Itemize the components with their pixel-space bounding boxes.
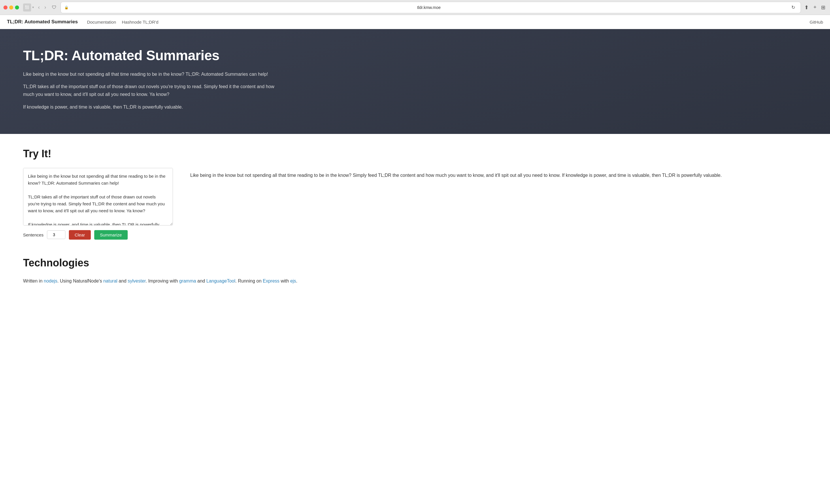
- sidebar-button[interactable]: ⬜: [23, 3, 31, 11]
- nav-link-documentation[interactable]: Documentation: [87, 20, 116, 25]
- shield-icon: 🛡: [50, 3, 58, 11]
- address-bar[interactable]: 🔒 tldr.kmw.moe ↻: [61, 2, 801, 13]
- close-button[interactable]: [3, 5, 7, 9]
- technologies-title: Technologies: [23, 257, 807, 269]
- chevron-down-icon: ▾: [32, 5, 34, 9]
- refresh-button[interactable]: ↻: [789, 3, 797, 11]
- back-button[interactable]: ‹: [36, 4, 41, 11]
- summarize-button[interactable]: Summarize: [94, 230, 128, 240]
- grid-button[interactable]: ⊞: [820, 3, 827, 12]
- sentences-input[interactable]: [47, 230, 65, 239]
- share-button[interactable]: ⬆: [803, 3, 810, 12]
- try-it-title: Try It!: [23, 148, 807, 160]
- input-textarea[interactable]: [23, 168, 173, 226]
- traffic-lights: [3, 5, 19, 9]
- tech-text-3: and: [117, 278, 128, 283]
- browser-actions: ⬆ + ⊞: [803, 3, 827, 12]
- hero-title: TL;DR: Automated Summaries: [23, 47, 807, 63]
- nav-brand: TL;DR: Automated Summaries: [7, 19, 78, 25]
- express-link[interactable]: Express: [263, 278, 280, 283]
- nodejs-link[interactable]: nodejs: [44, 278, 57, 283]
- try-it-layout: Sentences Clear Summarize Like being in …: [23, 168, 807, 240]
- tech-text-2: . Using NaturalNode's: [57, 278, 103, 283]
- main-content: Try It! Sentences Clear Summarize Like b…: [0, 134, 830, 257]
- technologies-section: Technologies Written in nodejs. Using Na…: [0, 257, 830, 302]
- tech-text-7: with: [280, 278, 290, 283]
- sylvester-link[interactable]: sylvester: [128, 278, 146, 283]
- nav-github[interactable]: GitHub: [809, 20, 823, 25]
- tech-text-5: and: [196, 278, 206, 283]
- minimize-button[interactable]: [9, 5, 13, 9]
- tech-text-4: . Improving with: [146, 278, 179, 283]
- hero-paragraph-3: If knowledge is power, and time is valua…: [23, 103, 282, 111]
- tech-text-6: . Running on: [235, 278, 263, 283]
- tech-text-1: Written in: [23, 278, 44, 283]
- natural-link[interactable]: natural: [103, 278, 117, 283]
- nav-link-hashnode[interactable]: Hashnode TL;DR'd: [122, 20, 159, 25]
- summary-output: Like being in the know but not spending …: [190, 171, 807, 179]
- try-it-input-area: Sentences Clear Summarize: [23, 168, 173, 240]
- ejs-link[interactable]: ejs: [290, 278, 296, 283]
- tech-text-8: .: [296, 278, 297, 283]
- browser-chrome: ⬜ ▾ ‹ › 🛡 🔒 tldr.kmw.moe ↻ ⬆ + ⊞: [0, 0, 830, 15]
- nav-links: Documentation Hashnode TL;DR'd: [87, 20, 159, 25]
- site-nav: TL;DR: Automated Summaries Documentation…: [0, 15, 830, 29]
- hero-paragraph-2: TL;DR takes all of the important stuff o…: [23, 83, 282, 98]
- nav-arrows: ‹ ›: [36, 4, 48, 11]
- sentences-label: Sentences: [23, 232, 43, 237]
- maximize-button[interactable]: [15, 5, 19, 9]
- hero-paragraph-1: Like being in the know but not spending …: [23, 70, 282, 78]
- hero-section: TL;DR: Automated Summaries Like being in…: [0, 29, 830, 134]
- clear-button[interactable]: Clear: [69, 230, 91, 240]
- try-it-output-area: Like being in the know but not spending …: [190, 168, 807, 179]
- new-tab-button[interactable]: +: [812, 3, 818, 11]
- lock-icon: 🔒: [64, 5, 69, 9]
- languagetool-link[interactable]: LanguageTool: [206, 278, 235, 283]
- try-it-controls: Sentences Clear Summarize: [23, 230, 173, 240]
- sidebar-icon: ⬜: [25, 5, 30, 10]
- url-text: tldr.kmw.moe: [70, 5, 787, 10]
- gramma-link[interactable]: gramma: [179, 278, 196, 283]
- technologies-text: Written in nodejs. Using NaturalNode's n…: [23, 277, 807, 285]
- forward-button[interactable]: ›: [43, 4, 48, 11]
